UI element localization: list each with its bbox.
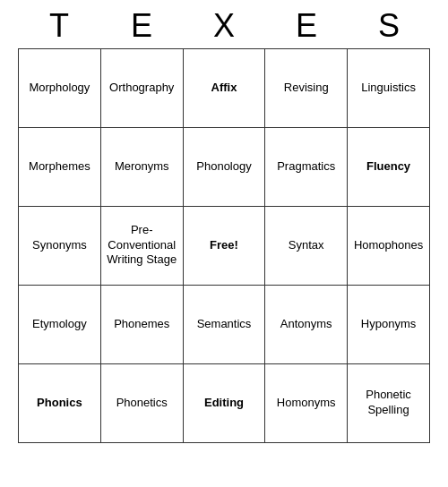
table-cell: Phonology bbox=[183, 127, 265, 206]
table-cell: Etymology bbox=[19, 285, 101, 363]
table-cell: Orthography bbox=[100, 48, 183, 127]
title-letter: X bbox=[188, 7, 260, 45]
title-row: TEXES bbox=[18, 0, 430, 48]
table-cell: Morphology bbox=[19, 48, 101, 127]
table-cell: Antonyms bbox=[265, 285, 348, 363]
title-letter: E bbox=[106, 7, 177, 45]
table-cell: Phonetics bbox=[100, 363, 183, 442]
table-row: PhonicsPhoneticsEditingHomonymsPhonetic … bbox=[19, 363, 430, 442]
table-cell: Pragmatics bbox=[265, 127, 348, 206]
table-cell: Fluency bbox=[348, 127, 430, 206]
table-cell: Semantics bbox=[183, 285, 265, 363]
table-cell: Homonyms bbox=[265, 363, 348, 442]
table-cell: Editing bbox=[183, 363, 265, 442]
table-cell: Phonemes bbox=[100, 285, 183, 363]
table-row: SynonymsPre-Conventional Writing StageFr… bbox=[19, 206, 430, 285]
table-cell: Meronyms bbox=[100, 127, 183, 206]
table-cell: Linguistics bbox=[348, 48, 430, 127]
title-letter: S bbox=[353, 7, 425, 45]
table-cell: Morphemes bbox=[19, 127, 101, 206]
table-cell: Syntax bbox=[265, 206, 348, 285]
table-cell: Phonetic Spelling bbox=[348, 363, 430, 442]
table-cell: Affix bbox=[183, 48, 265, 127]
title-letter: E bbox=[271, 7, 342, 45]
table-cell: Revising bbox=[265, 48, 348, 127]
table-cell: Homophones bbox=[348, 206, 430, 285]
table-cell: Free! bbox=[183, 206, 265, 285]
table-cell: Pre-Conventional Writing Stage bbox=[100, 206, 183, 285]
title-letter: T bbox=[23, 7, 95, 45]
table-cell: Synonyms bbox=[19, 206, 101, 285]
bingo-table: MorphologyOrthographyAffixRevisingLingui… bbox=[18, 48, 430, 443]
table-cell: Hyponyms bbox=[348, 285, 430, 363]
table-row: MorphologyOrthographyAffixRevisingLingui… bbox=[19, 48, 430, 127]
table-row: MorphemesMeronymsPhonologyPragmaticsFlue… bbox=[19, 127, 430, 206]
table-cell: Phonics bbox=[19, 363, 101, 442]
table-row: EtymologyPhonemesSemanticsAntonymsHypony… bbox=[19, 285, 430, 363]
